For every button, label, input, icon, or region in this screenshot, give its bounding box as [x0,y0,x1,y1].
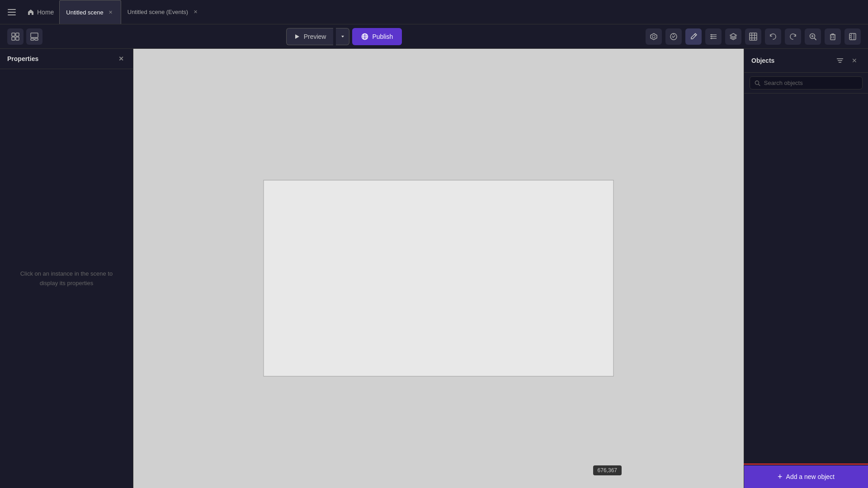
svg-rect-3 [16,37,19,40]
svg-rect-0 [12,33,15,36]
tab-events[interactable]: Untitled scene (Events) ✕ [121,0,205,24]
canvas-coordinates: 676,367 [593,465,622,475]
toolbar-left [7,28,42,45]
tab-close-events[interactable]: ✕ [192,9,199,16]
tab-untitled-scene[interactable]: Untitled scene ✕ [59,0,121,24]
svg-line-47 [759,84,760,85]
history-button[interactable] [844,28,861,45]
globe-icon [361,33,368,40]
grid-icon [749,33,757,41]
add-object-label: Add a new object [786,473,835,480]
tabs-container: Untitled scene ✕ Untitled scene (Events)… [59,0,864,24]
redo-button[interactable] [785,28,801,45]
objects-header-left: Objects [751,57,774,64]
filter-icon [836,57,844,64]
properties-empty-state: Click on an instance in the scene to dis… [0,69,133,488]
zoom-button[interactable] [805,28,821,45]
preview-button[interactable]: Preview [286,28,334,45]
undo-button[interactable] [765,28,781,45]
tab-close-scene[interactable]: ✕ [107,9,114,16]
toolbar: Preview Publish [0,24,868,49]
layers-button[interactable] [705,28,722,45]
svg-line-18 [694,34,696,36]
objects-header-actions: ✕ [834,54,861,67]
objects-button[interactable] [646,28,662,45]
add-object-icon: + [778,472,783,482]
svg-point-15 [652,35,655,38]
tab-events-label: Untitled scene (Events) [127,9,188,15]
preview-label: Preview [304,33,326,40]
properties-empty-message: Click on an instance in the scene to dis… [20,269,113,288]
stack-button[interactable] [725,28,741,45]
chevron-down-icon [340,34,345,39]
home-tab-label: Home [37,9,54,16]
properties-panel: Properties ✕ Click on an instance in the… [0,49,133,488]
redo-icon [789,33,797,41]
svg-rect-30 [750,33,757,40]
svg-point-22 [711,34,712,35]
delete-button[interactable] [825,28,841,45]
events-button[interactable] [665,28,682,45]
svg-rect-1 [16,33,19,36]
toolbar-center: Preview Publish [286,28,402,45]
objects-panel: Objects ✕ [744,49,868,488]
layout-button[interactable] [7,28,24,45]
preview-dropdown-button[interactable] [336,28,349,45]
menu-button[interactable] [4,4,20,20]
svg-point-23 [711,36,712,37]
svg-rect-6 [35,38,38,40]
home-icon [27,9,34,16]
objects-icon [650,33,658,41]
edit-icon [689,33,698,41]
home-tab[interactable]: Home [22,9,59,16]
svg-point-17 [673,34,674,35]
layout-icon [11,33,19,41]
svg-marker-25 [730,33,736,37]
stack-icon [729,33,737,41]
search-input[interactable] [764,80,858,86]
main-area: Properties ✕ Click on an instance in the… [0,49,868,488]
svg-rect-38 [849,33,856,40]
title-bar: Home Untitled scene ✕ Untitled scene (Ev… [0,0,868,24]
scene-canvas [264,180,614,376]
objects-close-button[interactable]: ✕ [848,54,861,67]
assets-icon [30,33,38,41]
svg-rect-2 [12,37,15,40]
publish-button[interactable]: Publish [352,28,402,45]
svg-marker-7 [295,34,299,39]
layers-icon [709,33,717,41]
svg-rect-35 [830,35,835,40]
tab-label: Untitled scene [66,9,103,16]
assets-button[interactable] [26,28,42,45]
properties-close-button[interactable]: ✕ [117,54,126,63]
svg-marker-14 [651,33,657,40]
close-icon: ✕ [852,57,857,64]
objects-content [744,94,868,465]
objects-search-area [744,73,868,94]
history-icon [849,33,857,41]
svg-marker-8 [341,36,344,38]
grid-button[interactable] [745,28,761,45]
objects-panel-title: Objects [751,57,774,64]
add-object-button[interactable]: + Add a new object [744,465,868,488]
events-icon [670,33,678,41]
properties-title: Properties [7,55,38,62]
svg-point-24 [711,38,712,39]
play-icon [294,33,300,40]
objects-filter-button[interactable] [834,54,846,67]
edit-button[interactable] [685,28,702,45]
objects-header: Objects ✕ [744,49,868,73]
zoom-icon [809,33,817,41]
svg-rect-5 [31,38,34,40]
svg-line-32 [815,38,816,40]
undo-icon [769,33,777,41]
publish-label: Publish [372,33,393,40]
toolbar-right [646,28,861,45]
delete-icon [829,33,837,41]
search-wrapper [750,76,863,89]
canvas-area[interactable]: 676,367 [133,49,744,488]
svg-rect-4 [31,33,38,38]
search-icon [755,80,760,86]
properties-header: Properties ✕ [0,49,133,69]
